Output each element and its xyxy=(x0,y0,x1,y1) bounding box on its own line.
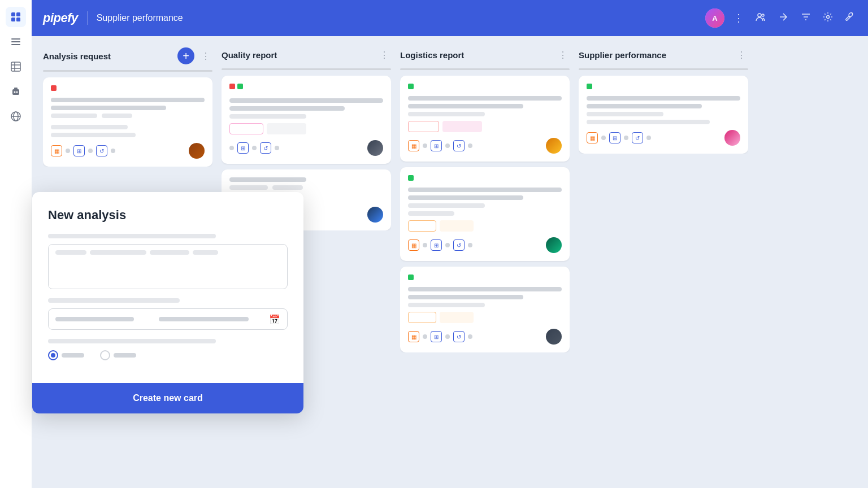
column-title-logistics: Logistics report xyxy=(400,50,552,60)
card-line xyxy=(408,195,523,200)
column-supplier-performance: Supplier performance ⋮ ▦ xyxy=(579,47,748,154)
members-icon[interactable] xyxy=(753,9,769,28)
badge-outline-orange2 xyxy=(408,312,436,323)
form-date-row: 📅 xyxy=(48,308,288,330)
card-footer: ▦ ⊞ ↺ xyxy=(408,329,562,345)
card-dot-red xyxy=(229,84,235,89)
avatar[interactable]: A xyxy=(705,8,724,28)
cards-list-supplier: ▦ ⊞ ↺ xyxy=(579,76,748,154)
card-icons: ▦ ⊞ ↺ xyxy=(51,145,115,156)
card-dot-green xyxy=(237,84,243,89)
card-dot-green xyxy=(408,84,414,89)
svg-rect-5 xyxy=(11,41,20,42)
more-icon[interactable]: ⋮ xyxy=(731,10,746,27)
svg-rect-0 xyxy=(11,12,15,16)
create-new-card-button[interactable]: Create new card xyxy=(133,393,203,403)
card-dot-sm2 xyxy=(445,243,450,247)
header-right: A ⋮ xyxy=(705,8,857,28)
column-bar-supplier xyxy=(579,68,748,70)
share-icon[interactable] xyxy=(775,9,791,28)
date-placeholder-value xyxy=(159,317,249,321)
form-section-bar xyxy=(48,339,216,343)
radio-option-1[interactable] xyxy=(48,350,84,360)
modal-footer[interactable]: Create new card xyxy=(32,383,303,413)
svg-rect-1 xyxy=(16,12,20,16)
card-dot-sm2 xyxy=(445,334,450,339)
sidebar-item-grid[interactable] xyxy=(6,7,26,27)
card-icon-3: ↺ xyxy=(453,331,465,342)
new-analysis-modal: New analysis xyxy=(32,192,303,413)
form-label-2 xyxy=(48,298,180,303)
column-menu-supplier[interactable]: ⋮ xyxy=(735,47,748,63)
column-menu-logistics[interactable]: ⋮ xyxy=(556,47,570,63)
cards-list-logistics: ▦ ⊞ ↺ xyxy=(400,76,570,352)
sidebar-item-globe[interactable] xyxy=(6,106,26,127)
card-line xyxy=(51,98,205,102)
svg-rect-11 xyxy=(12,89,19,95)
card-icon-2: ↺ xyxy=(260,142,271,154)
card-icons: ▦ ⊞ ↺ xyxy=(587,132,651,143)
card-line xyxy=(229,98,383,103)
header-title: Supplier performance xyxy=(97,13,183,23)
column-header-analysis: Analysis request + ⋮ xyxy=(43,47,212,64)
radio-unchecked xyxy=(100,350,110,360)
tp-item xyxy=(193,250,218,255)
card-line xyxy=(408,211,454,216)
tp-item xyxy=(90,250,146,255)
sidebar-item-list[interactable] xyxy=(6,32,26,52)
sidebar-item-table[interactable] xyxy=(6,56,26,77)
radio-option-2[interactable] xyxy=(100,350,136,360)
add-card-button-analysis[interactable]: + xyxy=(177,47,194,64)
card-line xyxy=(408,203,485,208)
header-divider xyxy=(87,11,88,25)
sidebar-item-bot[interactable] xyxy=(6,81,26,102)
filter-icon[interactable] xyxy=(798,9,814,28)
card-icon-3: ↺ xyxy=(453,140,465,151)
card-icon-1: ⊞ xyxy=(237,142,249,154)
header: pipefy Supplier performance A ⋮ xyxy=(32,0,868,36)
form-label-1 xyxy=(48,234,216,238)
textarea-placeholder xyxy=(55,250,218,255)
card-dot-sm3 xyxy=(468,334,472,339)
card-avatar-q1 xyxy=(367,140,383,156)
card-analysis-1: ▦ ⊞ ↺ xyxy=(43,77,212,167)
card-footer: ▦ ⊞ ↺ xyxy=(408,138,562,154)
card-logistics-1: ▦ ⊞ ↺ xyxy=(400,76,570,162)
card-line xyxy=(408,96,562,101)
card-icon-2: ⊞ xyxy=(431,239,442,251)
card-dot-sm xyxy=(423,143,427,148)
radio-row xyxy=(48,350,288,360)
column-title-supplier: Supplier performance xyxy=(579,50,730,60)
column-menu-quality[interactable]: ⋮ xyxy=(377,47,391,63)
svg-rect-3 xyxy=(16,18,20,21)
card-footer: ▦ ⊞ ↺ xyxy=(587,130,740,146)
card-line xyxy=(272,185,303,190)
card-icon-2: ⊞ xyxy=(73,145,85,156)
card-icon-2: ⊞ xyxy=(609,132,620,143)
date-input[interactable]: 📅 xyxy=(48,308,288,330)
card-line xyxy=(229,177,306,182)
form-textarea[interactable] xyxy=(48,244,288,289)
card-dot-sm3 xyxy=(275,146,279,150)
settings-icon[interactable] xyxy=(821,10,835,27)
card-dot-sm2 xyxy=(624,136,628,140)
card-line xyxy=(408,188,562,192)
card-supplier-1: ▦ ⊞ ↺ xyxy=(579,76,748,154)
card-avatar-s1 xyxy=(724,130,740,146)
wrench-icon[interactable] xyxy=(842,10,857,27)
badge-row xyxy=(229,123,383,134)
badge-row2 xyxy=(408,220,562,232)
tp-item xyxy=(55,250,86,255)
column-title-analysis: Analysis request xyxy=(43,51,173,61)
card-logistics-2: ▦ ⊞ ↺ xyxy=(400,167,570,261)
card-dot-green2 xyxy=(408,175,414,181)
date-placeholder-label xyxy=(55,317,134,321)
card-dots-row xyxy=(229,84,383,94)
badge-fill-pink xyxy=(442,121,482,132)
card-dot-sm2 xyxy=(445,143,450,148)
column-menu-analysis[interactable]: ⋮ xyxy=(199,49,212,64)
card-icon-1: ▦ xyxy=(408,239,419,251)
badge-fill xyxy=(267,123,306,134)
card-icon-1: ▦ xyxy=(587,132,598,143)
column-title-quality: Quality report xyxy=(222,50,373,60)
